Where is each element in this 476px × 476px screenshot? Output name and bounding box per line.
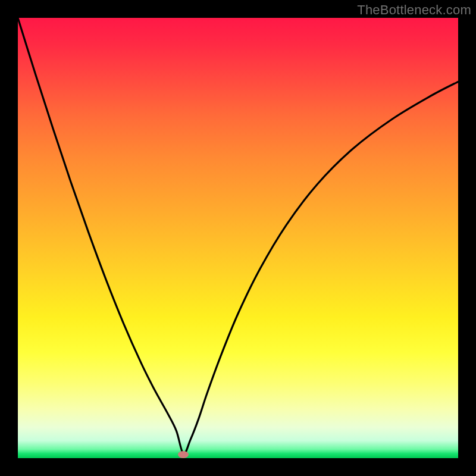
curve-path bbox=[18, 18, 458, 454]
chart-frame: TheBottleneck.com bbox=[0, 0, 476, 476]
watermark-text: TheBottleneck.com bbox=[357, 2, 471, 18]
plot-area bbox=[18, 18, 458, 458]
bottleneck-curve bbox=[18, 18, 458, 458]
